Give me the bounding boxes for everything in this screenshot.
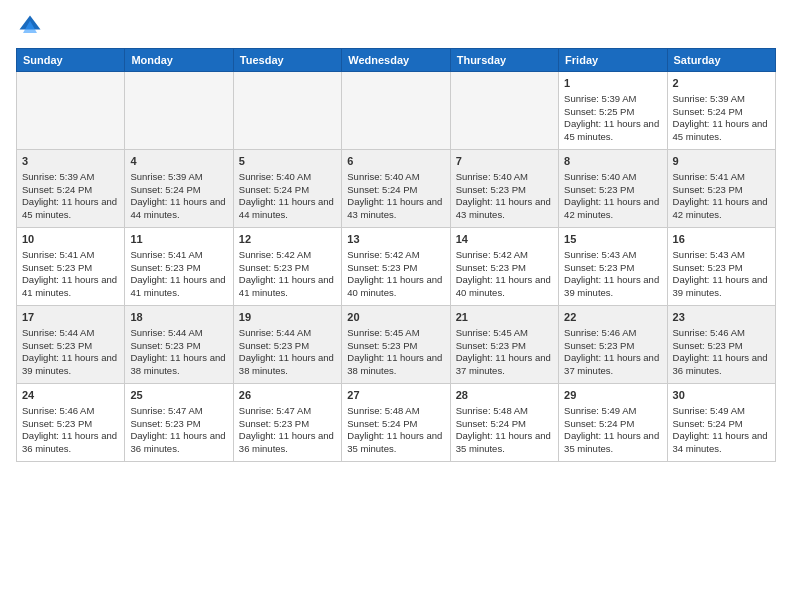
day-info: Sunset: 5:24 PM [22,184,119,197]
day-info: Daylight: 11 hours and 36 minutes. [239,430,336,456]
day-number: 7 [456,154,553,169]
day-number: 28 [456,388,553,403]
calendar-cell: 2Sunrise: 5:39 AMSunset: 5:24 PMDaylight… [667,72,775,150]
day-info: Daylight: 11 hours and 45 minutes. [564,118,661,144]
calendar-cell: 28Sunrise: 5:48 AMSunset: 5:24 PMDayligh… [450,384,558,462]
calendar-cell: 18Sunrise: 5:44 AMSunset: 5:23 PMDayligh… [125,306,233,384]
logo [16,12,48,40]
day-info: Sunrise: 5:41 AM [22,249,119,262]
day-info: Sunset: 5:23 PM [130,418,227,431]
day-number: 29 [564,388,661,403]
day-info: Daylight: 11 hours and 39 minutes. [22,352,119,378]
calendar-cell [450,72,558,150]
day-info: Daylight: 11 hours and 35 minutes. [564,430,661,456]
day-info: Sunrise: 5:46 AM [564,327,661,340]
day-number: 14 [456,232,553,247]
calendar-cell: 8Sunrise: 5:40 AMSunset: 5:23 PMDaylight… [559,150,667,228]
calendar-cell: 22Sunrise: 5:46 AMSunset: 5:23 PMDayligh… [559,306,667,384]
calendar-cell: 9Sunrise: 5:41 AMSunset: 5:23 PMDaylight… [667,150,775,228]
day-info: Daylight: 11 hours and 43 minutes. [456,196,553,222]
calendar-cell: 25Sunrise: 5:47 AMSunset: 5:23 PMDayligh… [125,384,233,462]
day-number: 6 [347,154,444,169]
day-number: 10 [22,232,119,247]
day-number: 21 [456,310,553,325]
day-info: Sunrise: 5:39 AM [564,93,661,106]
day-number: 23 [673,310,770,325]
day-info: Daylight: 11 hours and 34 minutes. [673,430,770,456]
day-number: 26 [239,388,336,403]
day-number: 11 [130,232,227,247]
day-info: Sunrise: 5:46 AM [673,327,770,340]
day-info: Sunset: 5:23 PM [456,184,553,197]
day-info: Sunrise: 5:40 AM [564,171,661,184]
calendar-cell: 29Sunrise: 5:49 AMSunset: 5:24 PMDayligh… [559,384,667,462]
day-info: Sunrise: 5:48 AM [456,405,553,418]
day-number: 9 [673,154,770,169]
day-info: Daylight: 11 hours and 40 minutes. [456,274,553,300]
day-info: Daylight: 11 hours and 40 minutes. [347,274,444,300]
day-info: Sunset: 5:24 PM [347,184,444,197]
day-info: Sunrise: 5:43 AM [564,249,661,262]
day-info: Sunrise: 5:41 AM [673,171,770,184]
day-info: Daylight: 11 hours and 36 minutes. [673,352,770,378]
day-info: Sunrise: 5:42 AM [239,249,336,262]
day-info: Sunrise: 5:41 AM [130,249,227,262]
day-number: 24 [22,388,119,403]
day-info: Sunset: 5:24 PM [673,418,770,431]
day-info: Sunset: 5:23 PM [347,340,444,353]
day-number: 25 [130,388,227,403]
day-info: Sunrise: 5:49 AM [673,405,770,418]
calendar-cell: 11Sunrise: 5:41 AMSunset: 5:23 PMDayligh… [125,228,233,306]
calendar-cell: 3Sunrise: 5:39 AMSunset: 5:24 PMDaylight… [17,150,125,228]
calendar-cell: 4Sunrise: 5:39 AMSunset: 5:24 PMDaylight… [125,150,233,228]
calendar-cell: 16Sunrise: 5:43 AMSunset: 5:23 PMDayligh… [667,228,775,306]
calendar-week-row: 10Sunrise: 5:41 AMSunset: 5:23 PMDayligh… [17,228,776,306]
day-info: Sunset: 5:23 PM [239,418,336,431]
day-number: 20 [347,310,444,325]
day-info: Sunset: 5:23 PM [239,262,336,275]
calendar-cell: 17Sunrise: 5:44 AMSunset: 5:23 PMDayligh… [17,306,125,384]
day-info: Daylight: 11 hours and 42 minutes. [673,196,770,222]
day-info: Sunrise: 5:49 AM [564,405,661,418]
day-info: Sunrise: 5:42 AM [347,249,444,262]
day-info: Daylight: 11 hours and 41 minutes. [239,274,336,300]
day-info: Sunrise: 5:48 AM [347,405,444,418]
calendar-cell: 21Sunrise: 5:45 AMSunset: 5:23 PMDayligh… [450,306,558,384]
day-info: Daylight: 11 hours and 37 minutes. [564,352,661,378]
day-info: Daylight: 11 hours and 35 minutes. [347,430,444,456]
calendar-cell [125,72,233,150]
day-number: 30 [673,388,770,403]
day-info: Daylight: 11 hours and 37 minutes. [456,352,553,378]
day-info: Daylight: 11 hours and 38 minutes. [239,352,336,378]
day-info: Daylight: 11 hours and 45 minutes. [673,118,770,144]
calendar-header-row: SundayMondayTuesdayWednesdayThursdayFrid… [17,49,776,72]
calendar-cell: 30Sunrise: 5:49 AMSunset: 5:24 PMDayligh… [667,384,775,462]
day-info: Daylight: 11 hours and 39 minutes. [564,274,661,300]
day-info: Sunset: 5:23 PM [564,184,661,197]
day-info: Sunset: 5:23 PM [130,262,227,275]
day-info: Sunset: 5:23 PM [673,340,770,353]
day-info: Daylight: 11 hours and 44 minutes. [130,196,227,222]
day-number: 2 [673,76,770,91]
day-info: Sunset: 5:24 PM [564,418,661,431]
day-info: Daylight: 11 hours and 43 minutes. [347,196,444,222]
day-info: Sunset: 5:23 PM [347,262,444,275]
calendar-cell: 19Sunrise: 5:44 AMSunset: 5:23 PMDayligh… [233,306,341,384]
day-info: Daylight: 11 hours and 42 minutes. [564,196,661,222]
calendar-cell [17,72,125,150]
day-info: Daylight: 11 hours and 36 minutes. [130,430,227,456]
day-info: Sunset: 5:24 PM [130,184,227,197]
day-info: Sunset: 5:24 PM [239,184,336,197]
day-number: 3 [22,154,119,169]
day-info: Sunrise: 5:45 AM [347,327,444,340]
logo-icon [16,12,44,40]
page: SundayMondayTuesdayWednesdayThursdayFrid… [0,0,792,612]
weekday-header: Monday [125,49,233,72]
day-info: Daylight: 11 hours and 39 minutes. [673,274,770,300]
day-info: Daylight: 11 hours and 44 minutes. [239,196,336,222]
day-info: Sunrise: 5:39 AM [22,171,119,184]
calendar-cell: 13Sunrise: 5:42 AMSunset: 5:23 PMDayligh… [342,228,450,306]
day-info: Sunset: 5:25 PM [564,106,661,119]
calendar-table: SundayMondayTuesdayWednesdayThursdayFrid… [16,48,776,462]
day-info: Sunset: 5:23 PM [239,340,336,353]
